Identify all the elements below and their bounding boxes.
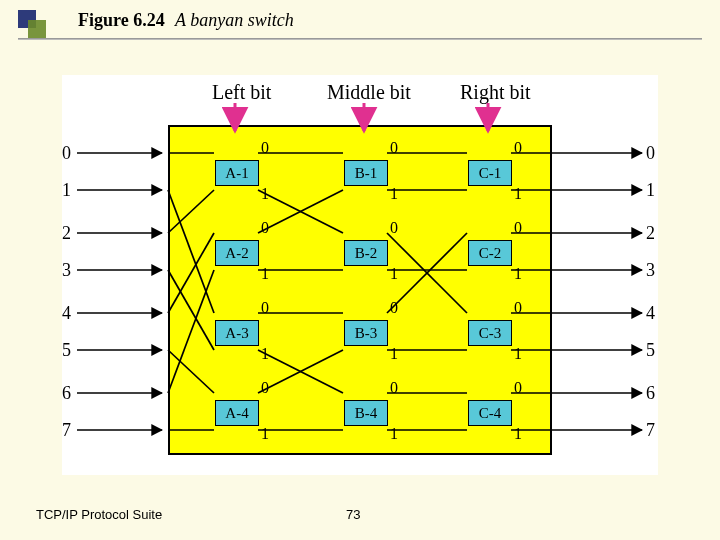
- a1-out0: 0: [261, 139, 269, 157]
- out-port-0: 0: [646, 143, 655, 164]
- node-c1: C-1: [468, 160, 512, 186]
- c2-out0: 0: [514, 219, 522, 237]
- node-b1: B-1: [344, 160, 388, 186]
- banyan-diagram: Left bit Middle bit Right bit: [62, 75, 658, 475]
- node-b2: B-2: [344, 240, 388, 266]
- c2-out1: 1: [514, 265, 522, 283]
- c4-out1: 1: [514, 425, 522, 443]
- title-underline: [18, 38, 702, 40]
- out-port-6: 6: [646, 383, 655, 404]
- node-a4: A-4: [215, 400, 259, 426]
- node-c3: C-3: [468, 320, 512, 346]
- in-port-2: 2: [62, 223, 71, 244]
- in-port-4: 4: [62, 303, 71, 324]
- out-port-3: 3: [646, 260, 655, 281]
- b4-out1: 1: [390, 425, 398, 443]
- c1-out1: 1: [514, 185, 522, 203]
- node-c4: C-4: [468, 400, 512, 426]
- c3-out0: 0: [514, 299, 522, 317]
- node-b4: B-4: [344, 400, 388, 426]
- svg-line-21: [168, 190, 214, 233]
- svg-line-22: [168, 270, 214, 350]
- node-a2: A-2: [215, 240, 259, 266]
- svg-line-20: [168, 190, 214, 313]
- b2-out0: 0: [390, 219, 398, 237]
- in-port-0: 0: [62, 143, 71, 164]
- a2-out0: 0: [261, 219, 269, 237]
- in-port-7: 7: [62, 420, 71, 441]
- a3-out1: 1: [261, 345, 269, 363]
- c3-out1: 1: [514, 345, 522, 363]
- figure-title: A banyan switch: [175, 10, 294, 31]
- svg-line-24: [168, 350, 214, 393]
- out-port-4: 4: [646, 303, 655, 324]
- a1-out1: 1: [261, 185, 269, 203]
- svg-line-25: [168, 270, 214, 393]
- in-port-5: 5: [62, 340, 71, 361]
- in-port-3: 3: [62, 260, 71, 281]
- c1-out0: 0: [514, 139, 522, 157]
- b1-out1: 1: [390, 185, 398, 203]
- figure-label: Figure 6.24: [78, 10, 165, 31]
- bullet-ornament: [18, 10, 48, 40]
- a4-out0: 0: [261, 379, 269, 397]
- node-a1: A-1: [215, 160, 259, 186]
- svg-line-23: [168, 233, 214, 313]
- b3-out0: 0: [390, 299, 398, 317]
- out-port-7: 7: [646, 420, 655, 441]
- footer-suite: TCP/IP Protocol Suite: [36, 507, 162, 522]
- b3-out1: 1: [390, 345, 398, 363]
- node-a3: A-3: [215, 320, 259, 346]
- b1-out0: 0: [390, 139, 398, 157]
- c4-out0: 0: [514, 379, 522, 397]
- a2-out1: 1: [261, 265, 269, 283]
- in-port-6: 6: [62, 383, 71, 404]
- slide: Figure 6.24 A banyan switch Left bit Mid…: [0, 0, 720, 540]
- out-port-5: 5: [646, 340, 655, 361]
- a4-out1: 1: [261, 425, 269, 443]
- footer-page-number: 73: [346, 507, 360, 522]
- in-port-1: 1: [62, 180, 71, 201]
- out-port-2: 2: [646, 223, 655, 244]
- b2-out1: 1: [390, 265, 398, 283]
- node-c2: C-2: [468, 240, 512, 266]
- a3-out0: 0: [261, 299, 269, 317]
- node-b3: B-3: [344, 320, 388, 346]
- b4-out0: 0: [390, 379, 398, 397]
- out-port-1: 1: [646, 180, 655, 201]
